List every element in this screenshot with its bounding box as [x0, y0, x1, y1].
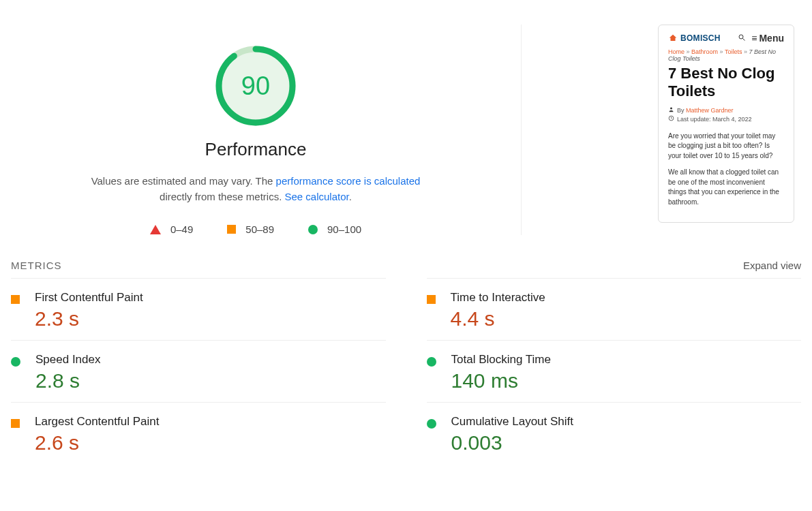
score-value: 90 [215, 45, 297, 127]
preview-author: Matthew Gardner [686, 107, 734, 114]
metric-tti-value: 4.4 s [451, 307, 545, 330]
metric-lcp: Largest Contentful Paint 2.6 s [11, 402, 386, 464]
metric-fcp-name: First Contentful Paint [35, 291, 143, 305]
by-label: By [677, 107, 686, 114]
metric-cls-value: 0.003 [451, 431, 574, 454]
metric-cls: Cumulative Layout Shift 0.003 [427, 402, 802, 464]
preview-menu-label: Menu [759, 33, 784, 43]
hamburger-menu-icon: ≡Menu [751, 33, 784, 43]
person-icon [668, 106, 674, 116]
metric-lcp-name: Largest Contentful Paint [35, 415, 159, 429]
score-legend: 0–49 50–89 90–100 [150, 223, 361, 235]
performance-summary: 90 Performance Values are estimated and … [11, 25, 522, 235]
legend-avg-label: 50–89 [245, 223, 274, 235]
square-orange-icon [11, 419, 20, 428]
metric-tti-name: Time to Interactive [451, 291, 545, 305]
disclaimer-suffix: . [349, 191, 352, 202]
metric-si: Speed Index 2.8 s [11, 340, 386, 402]
circle-green-icon [427, 357, 436, 367]
preview-para2: We all know that a clogged toilet can be… [668, 168, 784, 207]
preview-brand: BOMISCH [668, 33, 721, 43]
legend-bad: 0–49 [150, 223, 193, 235]
legend-good-label: 90–100 [327, 223, 361, 235]
metric-lcp-value: 2.6 s [35, 431, 159, 454]
metric-tbt: Total Blocking Time 140 ms [427, 340, 802, 402]
legend-avg: 50–89 [227, 223, 274, 235]
house-icon [668, 33, 678, 43]
score-gauge: 90 [215, 45, 297, 127]
metric-cls-name: Cumulative Layout Shift [451, 415, 574, 429]
metric-fcp: First Contentful Paint 2.3 s [11, 278, 386, 340]
page-screenshot-preview: BOMISCH ≡Menu Home » Bathroom » Toilets … [658, 25, 794, 223]
clock-icon [668, 115, 674, 125]
score-calc-link[interactable]: performance score is calculated [276, 175, 421, 187]
crumb-sub: Toilets [725, 48, 742, 55]
metrics-section-title: METRICS [11, 260, 62, 271]
square-orange-icon [427, 295, 436, 304]
metric-si-name: Speed Index [35, 353, 100, 367]
svg-point-5 [670, 107, 672, 109]
metric-tbt-value: 140 ms [451, 369, 551, 392]
see-calculator-link[interactable]: See calculator [284, 191, 348, 202]
circle-green-icon [11, 357, 20, 367]
square-orange-icon [227, 225, 236, 234]
disclaimer-text: Values are estimated and may vary. The p… [78, 174, 433, 204]
expand-view-button[interactable]: Expand view [743, 260, 801, 271]
svg-line-4 [743, 39, 745, 41]
metric-si-value: 2.8 s [35, 369, 100, 392]
circle-green-icon [427, 419, 436, 429]
preview-author-row: By Matthew Gardner [668, 106, 784, 116]
disclaimer-prefix: Values are estimated and may vary. The [91, 175, 276, 187]
legend-good: 90–100 [308, 223, 361, 235]
metric-fcp-value: 2.3 s [35, 307, 143, 330]
circle-green-icon [308, 225, 318, 234]
search-icon [738, 33, 746, 43]
disclaimer-middle: directly from these metrics. [160, 191, 284, 202]
crumb-home: Home [668, 48, 685, 55]
preview-breadcrumb: Home » Bathroom » Toilets » 7 Best No Cl… [668, 48, 784, 62]
preview-date-row: Last update: March 4, 2022 [668, 115, 784, 125]
triangle-red-icon [150, 225, 161, 234]
preview-title: 7 Best No Clog Toilets [668, 65, 784, 101]
preview-para1: Are you worried that your toilet may be … [668, 131, 784, 161]
gauge-label: Performance [205, 139, 307, 160]
preview-updated: Last update: March 4, 2022 [677, 115, 752, 125]
preview-brand-text: BOMISCH [680, 33, 721, 43]
crumb-cat: Bathroom [691, 48, 718, 55]
legend-bad-label: 0–49 [170, 223, 193, 235]
metric-tti: Time to Interactive 4.4 s [427, 278, 802, 340]
svg-point-3 [739, 35, 743, 39]
metric-tbt-name: Total Blocking Time [451, 353, 551, 367]
metrics-grid: First Contentful Paint 2.3 s Time to Int… [11, 278, 801, 464]
square-orange-icon [11, 295, 20, 304]
